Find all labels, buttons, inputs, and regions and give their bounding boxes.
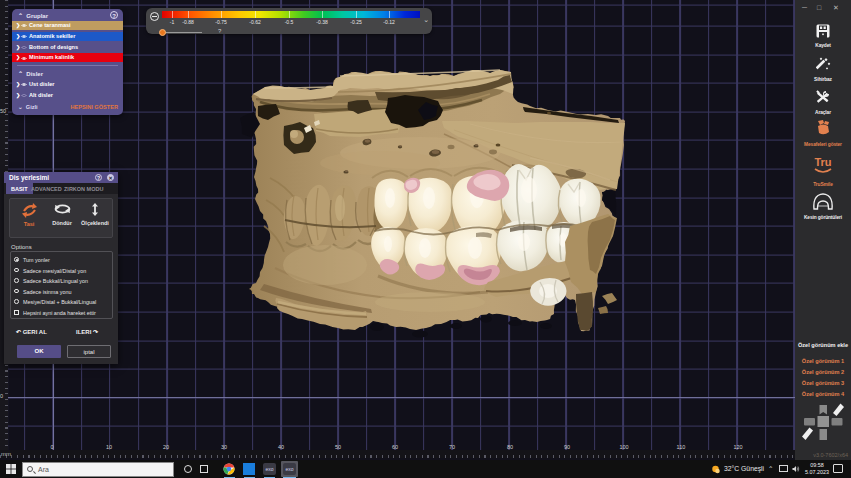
- svg-text:Tru: Tru: [814, 156, 831, 168]
